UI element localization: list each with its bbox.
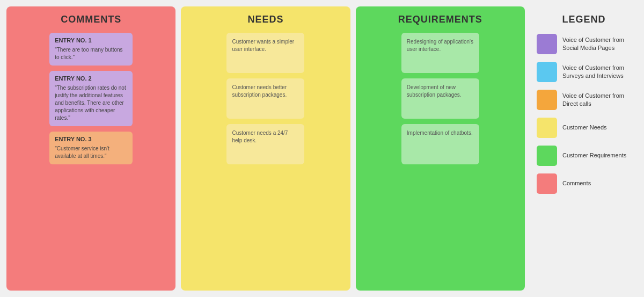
legend-item-3: Voice of Customer from Direct calls [537,90,631,110]
entry-card-2: ENTRY NO. 2 "The subscription rates do n… [49,71,133,126]
req-card-3: Implementation of chatbots. [401,124,479,164]
needs-text-2: Customer needs better subscription packa… [232,84,299,99]
needs-title: NEEDS [247,14,283,25]
legend-label-3: Voice of Customer from Direct calls [562,92,631,108]
entry-title-1: ENTRY NO. 1 [55,37,127,44]
legend-label-5: Customer Requirements [562,151,626,160]
req-card-2: Development of new subscription packages… [401,78,479,119]
needs-text-1: Customer wants a simpler user interface. [232,38,299,53]
requirements-title: REQUIREMENTS [398,14,482,25]
needs-cards: Customer wants a simpler user interface.… [187,33,343,164]
entry-title-2: ENTRY NO. 2 [55,75,127,82]
needs-card-2: Customer needs better subscription packa… [226,78,304,119]
req-card-1: Redesigning of application's user interf… [401,33,479,73]
needs-column: NEEDS Customer wants a simpler user inte… [181,6,350,291]
legend-item-6: Comments [537,173,591,194]
legend-swatch-green [537,146,557,166]
entry-card-1: ENTRY NO. 1 "There are too many buttons … [49,33,133,66]
comments-cards: ENTRY NO. 1 "There are too many buttons … [13,33,169,164]
requirements-column: REQUIREMENTS Redesigning of application'… [356,6,525,291]
entry-title-3: ENTRY NO. 3 [55,136,127,142]
legend-swatch-orange [537,90,557,110]
legend-label-6: Comments [562,179,591,187]
legend-column: LEGEND Voice of Customer from Social Med… [530,6,638,291]
legend-swatch-yellow [537,118,557,138]
req-text-1: Redesigning of application's user interf… [407,38,474,53]
legend-swatch-blue [537,62,557,82]
entry-text-2: "The subscription rates do not justify t… [55,84,127,122]
needs-card-3: Customer needs a 24/7 help desk. [226,124,304,164]
comments-title: COMMENTS [61,14,121,25]
legend-item-4: Customer Needs [537,118,607,138]
needs-text-3: Customer needs a 24/7 help desk. [232,129,299,144]
legend-item-2: Voice of Customer from Surveys and Inter… [537,62,631,82]
comments-column: COMMENTS ENTRY NO. 1 "There are too many… [6,6,175,291]
legend-item-5: Customer Requirements [537,146,626,166]
legend-label-1: Voice of Customer from Social Media Page… [562,36,631,53]
entry-text-3: "Customer service isn't available at all… [55,145,127,160]
req-text-3: Implementation of chatbots. [407,129,473,137]
legend-item-1: Voice of Customer from Social Media Page… [537,34,631,54]
legend-label-4: Customer Needs [562,124,607,132]
req-text-2: Development of new subscription packages… [407,84,474,99]
legend-label-2: Voice of Customer from Surveys and Inter… [562,64,631,81]
requirements-cards: Redesigning of application's user interf… [362,33,518,164]
entry-card-3: ENTRY NO. 3 "Customer service isn't avai… [49,132,133,164]
legend-title: LEGEND [562,14,605,25]
legend-swatch-purple [537,34,557,54]
entry-text-1: "There are too many buttons to click." [55,46,127,61]
legend-swatch-red [537,173,557,194]
needs-card-1: Customer wants a simpler user interface. [226,33,304,73]
